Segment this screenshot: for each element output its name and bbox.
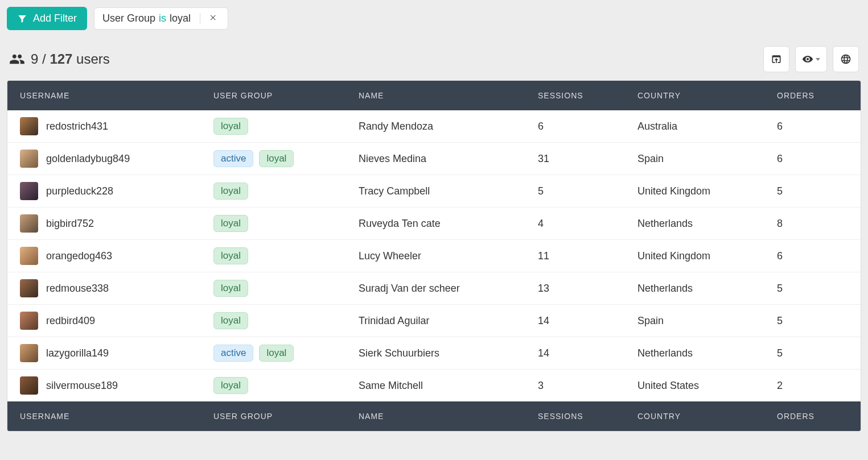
th-user-group[interactable]: USER GROUP: [213, 91, 359, 100]
cell-orders: 5: [777, 185, 848, 197]
table-row[interactable]: lazygorilla149activeloyalSierk Schuurbie…: [7, 337, 861, 369]
cell-user-group: loyal: [213, 215, 359, 232]
tf-username: USERNAME: [20, 412, 213, 421]
th-sessions[interactable]: SESSIONS: [538, 91, 637, 100]
table-row[interactable]: silvermouse189loyalSame Mitchell3United …: [7, 369, 861, 401]
cell-orders: 6: [777, 121, 848, 132]
cell-name: Same Mitchell: [359, 380, 538, 392]
cell-username: bigbird752: [20, 214, 213, 233]
cell-username: lazygorilla149: [20, 344, 213, 362]
chevron-down-icon: [816, 58, 820, 61]
cell-user-group: loyal: [213, 118, 359, 135]
cell-username: redbird409: [20, 312, 213, 330]
cell-country: United Kingdom: [637, 185, 777, 197]
avatar: [20, 117, 38, 135]
cell-country: Netherlands: [637, 283, 777, 295]
cell-username: redmouse338: [20, 279, 213, 297]
cell-user-group: loyal: [213, 377, 359, 394]
tf-name: NAME: [359, 412, 538, 421]
table-row[interactable]: redbird409loyalTrinidad Aguilar14Spain5: [7, 304, 861, 337]
users-icon: [9, 51, 25, 67]
tag-loyal: loyal: [259, 150, 294, 167]
username-text: purpleduck228: [46, 185, 113, 197]
cell-sessions: 3: [538, 380, 637, 392]
cell-username: goldenladybug849: [20, 150, 213, 168]
globe-button[interactable]: [833, 46, 859, 72]
username-text: orangedog463: [46, 250, 112, 262]
tag-active: active: [213, 150, 253, 167]
cell-user-group: loyal: [213, 247, 359, 264]
avatar: [20, 182, 38, 200]
table-row[interactable]: orangedog463loyalLucy Wheeler11United Ki…: [7, 239, 861, 272]
cell-sessions: 31: [538, 153, 637, 165]
filter-chip-divider: [200, 13, 200, 24]
cell-orders: 5: [777, 283, 848, 295]
summary-left: 9 / 127 users: [9, 51, 110, 67]
table-footer: USERNAME USER GROUP NAME SESSIONS COUNTR…: [7, 401, 861, 431]
tf-sessions: SESSIONS: [538, 412, 637, 421]
close-icon: [209, 14, 217, 22]
total-count: 127: [50, 51, 72, 67]
cell-orders: 6: [777, 153, 848, 165]
cell-orders: 6: [777, 250, 848, 262]
cell-name: Tracy Campbell: [359, 185, 538, 197]
tag-loyal: loyal: [213, 247, 248, 264]
filter-chip-remove[interactable]: [207, 13, 220, 24]
avatar: [20, 150, 38, 168]
tf-user-group: USER GROUP: [213, 412, 359, 421]
username-text: redostrich431: [46, 121, 108, 132]
cell-user-group: loyal: [213, 280, 359, 297]
cell-country: Spain: [637, 153, 777, 165]
summary-row: 9 / 127 users: [7, 46, 861, 72]
cell-country: Australia: [637, 121, 777, 132]
th-orders[interactable]: ORDERS: [777, 91, 848, 100]
cell-name: Trinidad Aguilar: [359, 315, 538, 327]
cell-username: redostrich431: [20, 117, 213, 135]
cell-sessions: 14: [538, 347, 637, 359]
tag-loyal: loyal: [213, 377, 248, 394]
cell-user-group: loyal: [213, 312, 359, 329]
filter-chip-user-group[interactable]: User Group is loyal: [94, 7, 228, 30]
summary-label: users: [76, 51, 110, 67]
export-button[interactable]: [763, 46, 789, 72]
username-text: redbird409: [46, 315, 95, 327]
cell-sessions: 6: [538, 121, 637, 132]
cell-user-group: activeloyal: [213, 345, 359, 362]
open-in-browser-icon: [771, 53, 782, 65]
cell-name: Sierk Schuurbiers: [359, 347, 538, 359]
cell-orders: 2: [777, 380, 848, 392]
table-row[interactable]: bigbird752loyalRuveyda Ten cate4Netherla…: [7, 207, 861, 239]
table-row[interactable]: purpleduck228loyalTracy Campbell5United …: [7, 175, 861, 207]
cell-name: Nieves Medina: [359, 153, 538, 165]
cell-sessions: 13: [538, 283, 637, 295]
tag-active: active: [213, 345, 253, 362]
cell-country: Netherlands: [637, 347, 777, 359]
cell-username: silvermouse189: [20, 376, 213, 395]
cell-country: United Kingdom: [637, 250, 777, 262]
count-separator: /: [42, 51, 46, 67]
username-text: redmouse338: [46, 283, 109, 295]
th-username[interactable]: USERNAME: [20, 91, 213, 100]
tag-loyal: loyal: [213, 215, 248, 232]
globe-icon: [840, 53, 851, 65]
cell-name: Randy Mendoza: [359, 121, 538, 132]
tag-loyal: loyal: [213, 118, 248, 135]
cell-user-group: activeloyal: [213, 150, 359, 167]
tf-orders: ORDERS: [777, 412, 848, 421]
username-text: lazygorilla149: [46, 347, 109, 359]
summary-actions: [763, 46, 859, 72]
th-country[interactable]: COUNTRY: [637, 91, 777, 100]
visibility-button[interactable]: [795, 46, 827, 72]
table-row[interactable]: redostrich431loyalRandy Mendoza6Australi…: [7, 110, 861, 142]
table-row[interactable]: goldenladybug849activeloyalNieves Medina…: [7, 142, 861, 175]
avatar: [20, 344, 38, 362]
add-filter-button[interactable]: Add Filter: [7, 7, 87, 30]
username-text: bigbird752: [46, 218, 94, 230]
cell-orders: 5: [777, 347, 848, 359]
table-body: redostrich431loyalRandy Mendoza6Australi…: [7, 110, 861, 401]
avatar: [20, 214, 38, 233]
table-row[interactable]: redmouse338loyalSuradj Van der scheer13N…: [7, 272, 861, 304]
eye-icon: [802, 53, 813, 65]
cell-sessions: 4: [538, 218, 637, 230]
th-name[interactable]: NAME: [359, 91, 538, 100]
